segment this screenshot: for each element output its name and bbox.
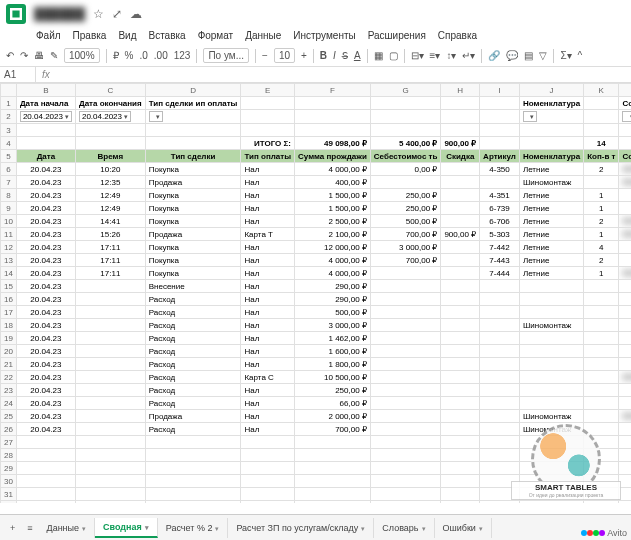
font-select[interactable]: По ум... bbox=[203, 48, 249, 63]
valign-icon[interactable]: ↕▾ bbox=[446, 50, 456, 61]
merge-icon[interactable]: ⊟▾ bbox=[411, 50, 424, 61]
font-size[interactable]: 10 bbox=[274, 48, 295, 63]
table-row[interactable]: 2220.04.23РасходКарта С10 500,00 ₽xЗарпл… bbox=[1, 371, 632, 384]
menu-edit[interactable]: Правка bbox=[73, 30, 107, 41]
table-row[interactable]: 1420.04.2317:11ПокупкаНал4 000,00 ₽7-444… bbox=[1, 267, 632, 280]
redo-icon[interactable]: ↷ bbox=[20, 50, 28, 61]
seller-dropdown[interactable] bbox=[622, 111, 631, 122]
table-row[interactable]: 220.04.202320.04.2023 bbox=[1, 110, 632, 124]
date-start-dropdown[interactable]: 20.04.2023 bbox=[20, 111, 72, 122]
borders-icon[interactable]: ▢ bbox=[389, 50, 398, 61]
sheet-tab[interactable]: Расчет % 2 bbox=[158, 518, 229, 538]
sheet-tab[interactable]: Ошибки bbox=[435, 518, 492, 538]
table-row[interactable]: 1620.04.23РасходНал290,00 ₽ bbox=[1, 293, 632, 306]
move-icon[interactable]: ⤢ bbox=[112, 7, 122, 21]
nomen-dropdown[interactable] bbox=[523, 111, 537, 122]
percent-icon[interactable]: % bbox=[125, 50, 134, 61]
column-headers[interactable]: BCDEFGHIJKLMN bbox=[1, 84, 632, 97]
table-row[interactable]: 820.04.2312:49ПокупкаНал1 500,00 ₽250,00… bbox=[1, 189, 632, 202]
menu-file[interactable]: Файл bbox=[36, 30, 61, 41]
link-icon[interactable]: 🔗 bbox=[488, 50, 500, 61]
dec-dec-icon[interactable]: .0 bbox=[139, 50, 147, 61]
title-actions: ☆ ⤢ ☁ bbox=[93, 7, 142, 21]
add-sheet-icon[interactable]: + bbox=[4, 519, 21, 537]
table-row[interactable]: 1820.04.23РасходНал3 000,00 ₽ШиномонтажЗ… bbox=[1, 319, 632, 332]
currency-icon[interactable]: ₽ bbox=[113, 50, 119, 61]
table-row[interactable]: 1020.04.2314:41ПокупкаНал2 500,00 ₽500,0… bbox=[1, 215, 632, 228]
undo-icon[interactable]: ↶ bbox=[6, 50, 14, 61]
table-row[interactable]: 720.04.2312:35ПродажаНал400,00 ₽Шиномонт… bbox=[1, 176, 632, 189]
menu-view[interactable]: Вид bbox=[118, 30, 136, 41]
wrap-icon[interactable]: ↵▾ bbox=[462, 50, 475, 61]
sheet-tabs: + ≡ ДанныеСводнаяРасчет % 2Расчет ЗП по … bbox=[0, 514, 631, 540]
sheets-menu-icon[interactable]: ≡ bbox=[21, 519, 38, 537]
table-row[interactable]: 2320.04.23РасходНал250,00 ₽ bbox=[1, 384, 632, 397]
sheet-tab[interactable]: Расчет ЗП по услугам/складу bbox=[228, 518, 374, 538]
align-icon[interactable]: ≡▾ bbox=[430, 50, 441, 61]
print-icon[interactable]: 🖶 bbox=[34, 50, 44, 61]
menu-format[interactable]: Формат bbox=[198, 30, 234, 41]
table-row[interactable]: 1320.04.2317:11ПокупкаНал4 000,00 ₽700,0… bbox=[1, 254, 632, 267]
title-bar: ██████ ☆ ⤢ ☁ bbox=[0, 0, 631, 28]
watermark-sub: От идеи до реализации проекта bbox=[514, 492, 618, 498]
comment-icon[interactable]: 💬 bbox=[506, 50, 518, 61]
table-row[interactable]: 5ДатаВремяТип сделкиТип оплатыСумма прож… bbox=[1, 150, 632, 163]
functions-icon[interactable]: Σ▾ bbox=[560, 50, 571, 61]
name-box[interactable]: A1 bbox=[0, 67, 36, 82]
table-row[interactable]: 2020.04.23РасходНал1 600,00 ₽Зарплата bbox=[1, 345, 632, 358]
fx-icon: fx bbox=[36, 67, 56, 82]
sheet-tab[interactable]: Сводная bbox=[95, 518, 158, 538]
font-inc-icon[interactable]: + bbox=[301, 50, 307, 61]
watermark-logo: SMART TABLES От идеи до реализации проек… bbox=[511, 424, 621, 504]
cloud-icon[interactable]: ☁ bbox=[130, 7, 142, 21]
sheet-tab[interactable]: Данные bbox=[39, 518, 96, 538]
table-row[interactable]: 2420.04.23РасходНал66,00 ₽ bbox=[1, 397, 632, 410]
chart-icon[interactable]: ▤ bbox=[524, 50, 533, 61]
table-row[interactable]: 3 bbox=[1, 124, 632, 137]
table-row[interactable]: 4ИТОГО Σ:49 098,00 ₽5 400,00 ₽900,00 ₽14 bbox=[1, 137, 632, 150]
table-row[interactable]: 1220.04.2317:11ПокупкаНал12 000,00 ₽3 00… bbox=[1, 241, 632, 254]
sheets-logo-icon bbox=[6, 4, 26, 24]
menu-help[interactable]: Справка bbox=[438, 30, 477, 41]
table-row[interactable]: 1120.04.2315:26ПродажаКарта Т2 100,00 ₽7… bbox=[1, 228, 632, 241]
doc-title[interactable]: ██████ bbox=[34, 7, 85, 21]
date-end-dropdown[interactable]: 20.04.2023 bbox=[79, 111, 131, 122]
text-color-icon[interactable]: A bbox=[354, 50, 361, 61]
table-row[interactable]: 1Дата началаДата окончанияТип сделки ип … bbox=[1, 97, 632, 110]
table-row[interactable]: 1720.04.23РасходНал500,00 ₽Зарплата bbox=[1, 306, 632, 319]
sheet-tab[interactable]: Словарь bbox=[374, 518, 434, 538]
bold-icon[interactable]: B bbox=[320, 50, 327, 61]
table-row[interactable]: 2120.04.23РасходНал1 800,00 ₽ТК bbox=[1, 358, 632, 371]
table-row[interactable]: 620.04.2310:20ПокупкаНал4 000,00 ₽0,00 ₽… bbox=[1, 163, 632, 176]
menu-insert[interactable]: Вставка bbox=[148, 30, 185, 41]
zoom-select[interactable]: 100% bbox=[64, 48, 100, 63]
strike-icon[interactable]: S̶ bbox=[342, 50, 348, 61]
table-row[interactable]: 920.04.2312:49ПокупкаНал1 500,00 ₽250,00… bbox=[1, 202, 632, 215]
italic-icon[interactable]: I bbox=[333, 50, 336, 61]
font-dec-icon[interactable]: − bbox=[262, 50, 268, 61]
paint-icon[interactable]: ✎ bbox=[50, 50, 58, 61]
menu-extensions[interactable]: Расширения bbox=[368, 30, 426, 41]
avito-badge: Avito bbox=[581, 528, 627, 538]
toolbar: ↶ ↷ 🖶 ✎ 100% ₽ % .0 .00 123 По ум... − 1… bbox=[0, 45, 631, 67]
formula-bar: A1 fx bbox=[0, 67, 631, 83]
menu-data[interactable]: Данные bbox=[245, 30, 281, 41]
fill-color-icon[interactable]: ▦ bbox=[374, 50, 383, 61]
table-row[interactable]: 1520.04.23ВнесениеНал290,00 ₽Фонд bbox=[1, 280, 632, 293]
deal-type-dropdown[interactable] bbox=[149, 111, 163, 122]
more-icon[interactable]: ^ bbox=[578, 50, 583, 61]
menu-bar: Файл Правка Вид Вставка Формат Данные Ин… bbox=[0, 28, 631, 45]
watermark-title: SMART TABLES bbox=[514, 483, 618, 492]
table-row[interactable]: 1920.04.23РасходНал1 462,00 ₽Зарплата bbox=[1, 332, 632, 345]
more-formats-icon[interactable]: 123 bbox=[174, 50, 191, 61]
menu-tools[interactable]: Инструменты bbox=[293, 30, 355, 41]
table-row[interactable]: 2520.04.23ПродажаНал2 000,00 ₽Шиномонтаж… bbox=[1, 410, 632, 423]
filter-icon[interactable]: ▽ bbox=[539, 50, 547, 61]
star-icon[interactable]: ☆ bbox=[93, 7, 104, 21]
dec-inc-icon[interactable]: .00 bbox=[154, 50, 168, 61]
